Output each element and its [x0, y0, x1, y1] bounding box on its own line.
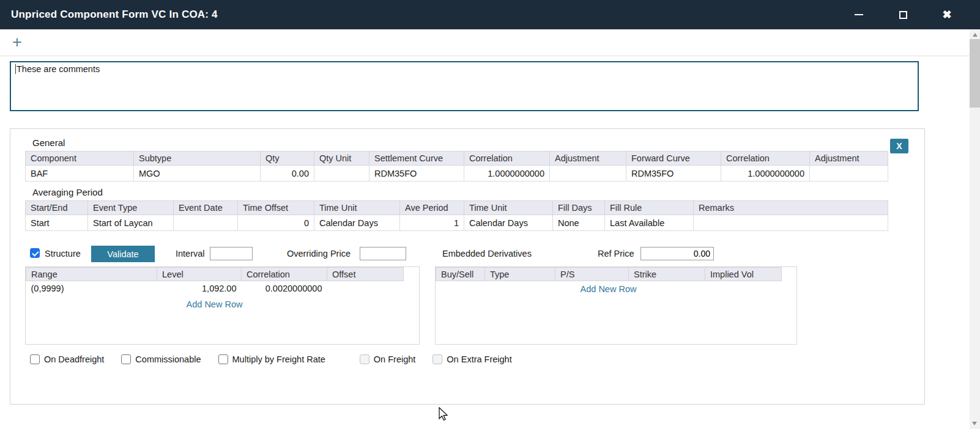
general-cell-qty-unit	[314, 166, 369, 182]
commissionable-checkbox[interactable]: Commissionable	[121, 354, 201, 364]
general-cell-forward-adjustment[interactable]	[810, 166, 888, 182]
structure-controls-row: Structure Validate Interval Overriding P…	[25, 246, 910, 264]
structure-label: Structure	[45, 249, 81, 258]
averaging-period-table: Start/End Event Type Event Date Time Off…	[25, 200, 888, 231]
range-table-container: Range Level Correlation Offset (0,9999) …	[25, 266, 420, 345]
averaging-header-row: Start/End Event Type Event Date Time Off…	[26, 201, 888, 215]
avg-cell-fill-days[interactable]: None	[553, 215, 605, 231]
avg-header-time-unit: Time Unit	[314, 201, 400, 215]
deriv-header-buy-sell: Buy/Sell	[436, 268, 485, 281]
derivatives-header-row: Buy/Sell Type P/S Strike Implied Vol	[436, 268, 782, 281]
avg-header-remarks: Remarks	[694, 201, 888, 215]
general-cell-component[interactable]: BAF	[26, 166, 134, 182]
general-header-subtype: Subtype	[134, 152, 261, 166]
avg-cell-start-end[interactable]: Start	[26, 215, 88, 231]
general-cell-correlation[interactable]: 1.0000000000	[464, 166, 550, 182]
checkbox-icon	[218, 354, 228, 364]
structure-tables-row: Range Level Correlation Offset (0,9999) …	[25, 266, 910, 345]
general-header-forward-correlation: Correlation	[721, 152, 810, 166]
on-deadfreight-label: On Deadfreight	[44, 354, 104, 364]
avg-cell-time-offset[interactable]: 0	[238, 215, 314, 231]
mouse-cursor-icon	[437, 407, 449, 422]
window-controls: ✖	[853, 9, 953, 21]
avg-cell-ave-time-unit[interactable]: Calendar Days	[464, 215, 553, 231]
deriv-header-strike: Strike	[629, 268, 705, 281]
checkbox-icon	[432, 354, 442, 364]
range-header-level: Level	[157, 268, 242, 281]
range-row: (0,9999) 1,092.00 0.0020000000	[26, 281, 404, 296]
general-header-row: Component Subtype Qty Qty Unit Settlemen…	[26, 152, 888, 166]
general-cell-qty: 0.00	[261, 166, 314, 182]
on-extra-freight-label: On Extra Freight	[447, 354, 511, 364]
range-cell-correlation[interactable]: 0.0020000000	[242, 281, 327, 296]
general-header-qty: Qty	[261, 152, 314, 166]
validate-button[interactable]: Validate	[91, 246, 155, 262]
structure-checkbox[interactable]	[30, 248, 40, 258]
scroll-down-icon[interactable]	[972, 422, 977, 425]
scrollbar-thumb[interactable]	[970, 39, 980, 108]
add-icon[interactable]: +	[12, 29, 22, 55]
vertical-scrollbar[interactable]	[970, 29, 980, 429]
range-add-new-row-link[interactable]: Add New Row	[26, 299, 403, 309]
general-header-correlation: Correlation	[464, 152, 550, 166]
multiply-by-freight-rate-checkbox[interactable]: Multiply by Freight Rate	[218, 354, 325, 364]
checkbox-icon	[121, 354, 131, 364]
range-cell-level[interactable]: 1,092.00	[157, 281, 242, 296]
deriv-header-type: Type	[485, 268, 555, 281]
general-header-qty-unit: Qty Unit	[314, 152, 369, 166]
avg-cell-event-type[interactable]: Start of Laycan	[88, 215, 174, 231]
comments-text: These are comments	[17, 64, 100, 74]
close-icon: ✖	[942, 8, 951, 21]
text-caret	[15, 64, 16, 74]
general-table: Component Subtype Qty Qty Unit Settlemen…	[25, 151, 888, 182]
avg-cell-event-date	[174, 215, 238, 231]
scroll-up-icon[interactable]	[973, 33, 978, 37]
averaging-period-title: Averaging Period	[32, 187, 910, 197]
minimize-button[interactable]	[853, 9, 865, 21]
avg-header-ave-time-unit: Time Unit	[464, 201, 553, 215]
general-cell-subtype[interactable]: MGO	[134, 166, 261, 182]
derivatives-add-new-row-link[interactable]: Add New Row	[436, 284, 781, 294]
general-cell-forward-correlation[interactable]: 1.0000000000	[721, 166, 810, 182]
ref-price-input[interactable]	[640, 247, 714, 260]
ref-price-label: Ref Price	[598, 249, 634, 258]
range-cell-range[interactable]: (0,9999)	[26, 281, 157, 296]
toolbar: +	[0, 29, 970, 56]
general-cell-adjustment[interactable]	[550, 166, 626, 182]
general-cell-settlement-curve[interactable]: RDM35FO	[369, 166, 464, 182]
close-window-button[interactable]: ✖	[941, 9, 953, 21]
maximize-icon	[899, 11, 907, 19]
avg-cell-remarks[interactable]	[694, 215, 888, 231]
interval-label: Interval	[176, 249, 205, 258]
interval-input[interactable]	[210, 247, 253, 260]
averaging-row: Start Start of Laycan 0 Calendar Days 1 …	[26, 215, 888, 231]
avg-header-fill-rule: Fill Rule	[605, 201, 694, 215]
general-header-component: Component	[26, 152, 134, 166]
general-header-adjustment: Adjustment	[550, 152, 626, 166]
maximize-button[interactable]	[897, 9, 909, 21]
avg-header-event-type: Event Type	[88, 201, 174, 215]
flags-row: On Deadfreight Commissionable Multiply b…	[25, 354, 910, 364]
general-cell-forward-curve[interactable]: RDM35FO	[626, 166, 721, 182]
overriding-price-input[interactable]	[360, 247, 406, 260]
general-row: BAF MGO 0.00 RDM35FO 1.0000000000 RDM35F…	[26, 166, 888, 182]
general-section-title: General	[32, 138, 910, 148]
commissionable-label: Commissionable	[135, 354, 201, 364]
avg-header-time-offset: Time Offset	[238, 201, 314, 215]
remove-component-button[interactable]: X	[890, 139, 908, 153]
range-header-range: Range	[26, 268, 157, 281]
window-title: Unpriced Component Form VC In COA: 4	[0, 9, 218, 21]
component-panel: X General Component Subtype Qty Qty Unit…	[10, 128, 925, 405]
overriding-price-label: Overriding Price	[287, 249, 351, 258]
range-cell-offset[interactable]	[327, 281, 404, 296]
avg-cell-time-unit[interactable]: Calendar Days	[314, 215, 400, 231]
range-table: Range Level Correlation Offset (0,9999) …	[26, 267, 404, 296]
on-deadfreight-checkbox[interactable]: On Deadfreight	[30, 354, 104, 364]
avg-cell-ave-period[interactable]: 1	[400, 215, 464, 231]
range-header-correlation: Correlation	[242, 268, 327, 281]
avg-cell-fill-rule[interactable]: Last Available	[605, 215, 694, 231]
on-freight-checkbox: On Freight	[360, 354, 416, 364]
avg-header-event-date: Event Date	[174, 201, 238, 215]
comments-textarea[interactable]: These are comments	[10, 61, 919, 111]
on-freight-label: On Freight	[374, 354, 416, 364]
